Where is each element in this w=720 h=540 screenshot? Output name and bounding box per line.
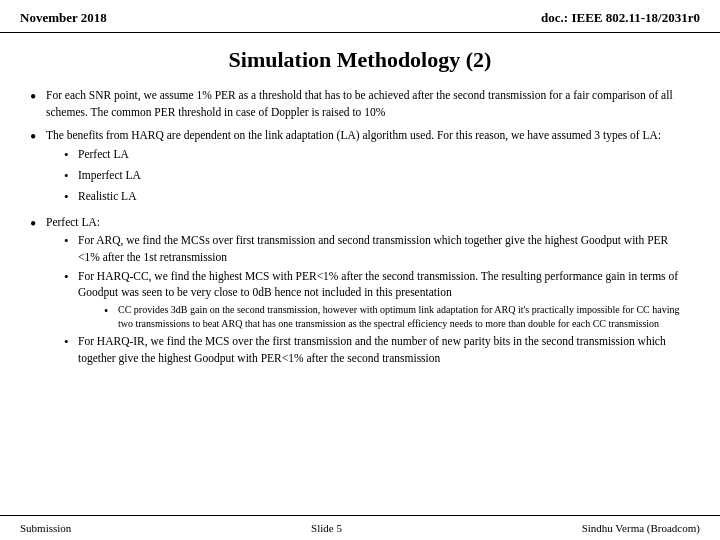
sub-sym-2-1: • [64,146,78,165]
sub-bullet-3-3: • For HARQ-IR, we find the MCS over the … [64,333,690,366]
footer-left: Submission [20,522,71,534]
sub-sym-3-2: • [64,268,78,287]
sub-text-3-2-wrap: For HARQ-CC, we find the highest MCS wit… [78,268,690,331]
sub-bullet-3-2: • For HARQ-CC, we find the highest MCS w… [64,268,690,331]
page-title: Simulation Methodology (2) [20,47,700,73]
sub-text-2-2: Imperfect LA [78,167,690,184]
sub-sym-2-2: • [64,167,78,186]
bullet-sym-2: • [30,127,46,149]
sub-text-2-3: Realistic LA [78,188,690,205]
bullet-text-2-wrap: The benefits from HARQ are dependent on … [46,127,690,206]
sub-sym-3-1: • [64,232,78,251]
sub-text-3-2: For HARQ-CC, we find the highest MCS wit… [78,270,678,299]
sub-sym-2-3: • [64,188,78,207]
sub-bullet-3-1: • For ARQ, we find the MCSs over first t… [64,232,690,265]
bullet-text-1: For each SNR point, we assume 1% PER as … [46,87,690,120]
sub-bullet-2-1: • Perfect LA [64,146,690,165]
header-doc: doc.: IEEE 802.11-18/2031r0 [541,10,700,26]
bullet-2: • The benefits from HARQ are dependent o… [30,127,690,206]
sub-bullet-2-2: • Imperfect LA [64,167,690,186]
content-area: • For each SNR point, we assume 1% PER a… [0,83,720,377]
bullet-sym-3: • [30,214,46,236]
subsub-text-3-2-1: CC provides 3dB gain on the second trans… [118,303,690,331]
subsub-sym-3-2-1: • [104,303,118,320]
footer: Submission Slide 5 Sindhu Verma (Broadco… [0,515,720,540]
footer-right: Sindhu Verma (Broadcom) [582,522,700,534]
bullet-text-2: The benefits from HARQ are dependent on … [46,129,661,141]
sub-text-2-1: Perfect LA [78,146,690,163]
sub-sym-3-3: • [64,333,78,352]
sub-text-3-1: For ARQ, we find the MCSs over first tra… [78,232,690,265]
footer-center: Slide 5 [311,522,342,534]
bullet-text-3: Perfect LA: [46,216,100,228]
bullet-text-3-wrap: Perfect LA: • For ARQ, we find the MCSs … [46,214,690,367]
header-date: November 2018 [20,10,107,26]
sub-text-3-3: For HARQ-IR, we find the MCS over the fi… [78,333,690,366]
header: November 2018 doc.: IEEE 802.11-18/2031r… [0,0,720,33]
bullet-3: • Perfect LA: • For ARQ, we find the MCS… [30,214,690,367]
sub-bullet-2-3: • Realistic LA [64,188,690,207]
bullet-sym-1: • [30,87,46,109]
bullet-1: • For each SNR point, we assume 1% PER a… [30,87,690,120]
subsub-bullet-3-2-1: • CC provides 3dB gain on the second tra… [104,303,690,331]
